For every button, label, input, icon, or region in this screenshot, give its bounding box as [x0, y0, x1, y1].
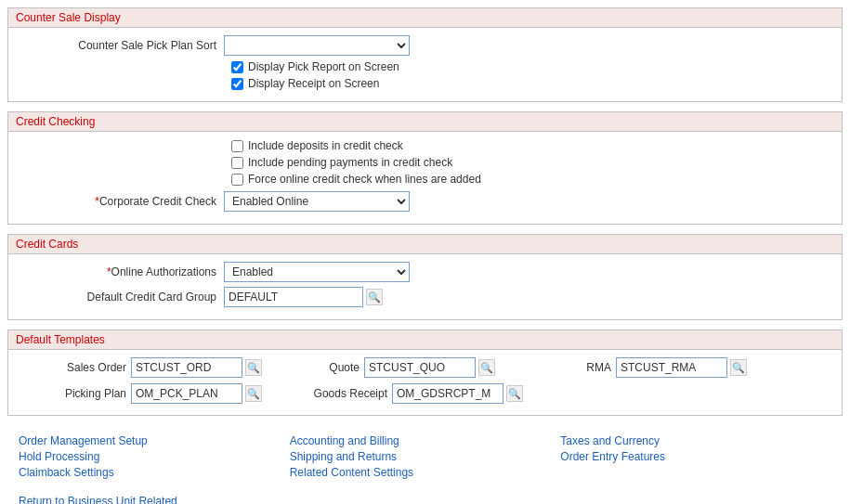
hold-processing-link[interactable]: Hold Processing — [19, 450, 290, 463]
picking-plan-label: Picking Plan — [20, 387, 131, 400]
rma-lookup-icon[interactable]: 🔍 — [730, 359, 747, 376]
picking-plan-field: Picking Plan 🔍 — [20, 383, 290, 404]
force-online-row: Force online credit check when lines are… — [20, 173, 830, 186]
return-to-business-unit-link[interactable]: Return to Business Unit Related — [19, 495, 831, 504]
credit-checking-section: Credit Checking Include deposits in cred… — [7, 111, 843, 225]
goods-receipt-input[interactable] — [392, 383, 503, 404]
online-auth-select[interactable]: Enabled Disabled — [224, 262, 410, 282]
online-auth-row: *Online Authorizations Enabled Disabled — [20, 262, 830, 282]
credit-cards-section: Credit Cards *Online Authorizations Enab… — [7, 234, 843, 320]
return-link-row: Return to Business Unit Related — [7, 491, 843, 504]
default-templates-section: Default Templates Sales Order 🔍 Quote 🔍 — [7, 330, 843, 416]
sales-order-input[interactable] — [131, 357, 242, 378]
include-deposits-row: Include deposits in credit check — [20, 139, 830, 152]
templates-row1: Sales Order 🔍 Quote 🔍 RMA 🔍 — [20, 357, 830, 378]
shipping-and-returns-link[interactable]: Shipping and Returns — [290, 450, 561, 463]
credit-cards-header: Credit Cards — [8, 235, 842, 254]
rma-label: RMA — [560, 361, 616, 374]
include-pending-label: Include pending payments in credit check — [248, 156, 452, 169]
quote-lookup-icon[interactable]: 🔍 — [478, 359, 495, 376]
display-pick-row: Display Pick Report on Screen — [20, 60, 830, 73]
include-pending-checkbox[interactable] — [231, 157, 243, 169]
corporate-credit-select[interactable]: Enabled Online Disabled Enabled Offline — [224, 191, 410, 212]
page-container: Counter Sale Display Counter Sale Pick P… — [0, 0, 850, 504]
default-credit-card-group-input[interactable] — [224, 287, 363, 307]
goods-receipt-field: Goods Receipt 🔍 — [290, 383, 560, 404]
corporate-credit-row: *Corporate Credit Check Enabled Online D… — [20, 191, 830, 212]
default-credit-card-group-label: Default Credit Card Group — [20, 291, 224, 304]
links-col2: Accounting and Billing Shipping and Retu… — [290, 434, 561, 482]
links-section: Order Management Setup Hold Processing C… — [7, 425, 843, 491]
online-auth-control: Enabled Disabled — [224, 262, 410, 282]
related-content-settings-link[interactable]: Related Content Settings — [290, 466, 561, 479]
taxes-and-currency-link[interactable]: Taxes and Currency — [560, 434, 831, 447]
force-online-checkbox[interactable] — [231, 174, 243, 186]
accounting-and-billing-link[interactable]: Accounting and Billing — [290, 434, 561, 447]
include-deposits-label: Include deposits in credit check — [248, 139, 403, 152]
picking-plan-input[interactable] — [131, 383, 242, 404]
rma-input[interactable] — [616, 357, 727, 378]
rma-field: RMA 🔍 — [560, 357, 830, 378]
display-pick-label: Display Pick Report on Screen — [248, 60, 399, 73]
pick-plan-sort-control — [224, 35, 410, 56]
templates-row2: Picking Plan 🔍 Goods Receipt 🔍 — [20, 383, 830, 404]
counter-sale-display-header: Counter Sale Display — [8, 8, 842, 28]
include-deposits-checkbox[interactable] — [231, 140, 243, 152]
default-credit-card-group-lookup-icon[interactable]: 🔍 — [366, 289, 383, 305]
corporate-credit-label: *Corporate Credit Check — [20, 195, 224, 208]
claimback-settings-link[interactable]: Claimback Settings — [19, 466, 290, 479]
order-entry-features-link[interactable]: Order Entry Features — [560, 450, 831, 463]
default-credit-card-group-control: 🔍 — [224, 287, 383, 307]
pick-plan-sort-select[interactable] — [224, 35, 410, 56]
display-receipt-checkbox[interactable] — [231, 78, 243, 90]
links-col1: Order Management Setup Hold Processing C… — [19, 434, 290, 482]
online-auth-label: *Online Authorizations — [20, 265, 224, 278]
display-receipt-row: Display Receipt on Screen — [20, 77, 830, 90]
force-online-label: Force online credit check when lines are… — [248, 173, 481, 186]
default-credit-card-group-row: Default Credit Card Group 🔍 — [20, 287, 830, 307]
pick-plan-sort-label: Counter Sale Pick Plan Sort — [20, 39, 224, 52]
picking-plan-lookup-icon[interactable]: 🔍 — [245, 385, 262, 402]
display-pick-checkbox[interactable] — [231, 61, 243, 73]
quote-label: Quote — [290, 361, 364, 374]
goods-receipt-label: Goods Receipt — [290, 387, 392, 400]
links-col3: Taxes and Currency Order Entry Features — [560, 434, 831, 482]
quote-field: Quote 🔍 — [290, 357, 560, 378]
display-receipt-label: Display Receipt on Screen — [248, 77, 379, 90]
pick-plan-sort-row: Counter Sale Pick Plan Sort — [20, 35, 830, 56]
default-templates-header: Default Templates — [8, 330, 842, 350]
goods-receipt-lookup-icon[interactable]: 🔍 — [506, 385, 523, 402]
sales-order-field: Sales Order 🔍 — [20, 357, 290, 378]
sales-order-label: Sales Order — [20, 361, 131, 374]
quote-input[interactable] — [364, 357, 476, 378]
sales-order-lookup-icon[interactable]: 🔍 — [245, 359, 262, 376]
corporate-credit-control: Enabled Online Disabled Enabled Offline — [224, 191, 410, 212]
credit-checking-header: Credit Checking — [8, 112, 842, 132]
order-management-setup-link[interactable]: Order Management Setup — [19, 434, 290, 447]
include-pending-row: Include pending payments in credit check — [20, 156, 830, 169]
counter-sale-display-section: Counter Sale Display Counter Sale Pick P… — [7, 7, 843, 102]
